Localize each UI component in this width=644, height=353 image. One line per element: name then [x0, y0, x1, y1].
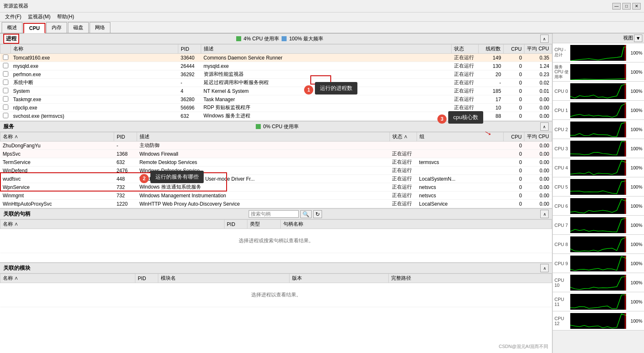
mod-col-version[interactable]: 版本 [289, 274, 388, 283]
hdl-col-type[interactable]: 类型 [247, 220, 280, 229]
svc-desc: Remote Desktop Services [137, 158, 389, 167]
mod-col-path[interactable]: 完整路径 [388, 274, 552, 283]
col-threads[interactable]: 线程数 [479, 45, 504, 54]
handles-search-input[interactable] [249, 210, 299, 218]
tab-overview[interactable]: 概述 [2, 22, 22, 33]
hdl-col-handle-name[interactable]: 句柄名称 [280, 220, 552, 229]
process-avg-cpu: 0.23 [524, 70, 552, 79]
process-name: System [11, 87, 178, 95]
cpu-core-graph-2 [570, 122, 626, 137]
col-pid[interactable]: PID [178, 45, 201, 54]
process-section: 进程 4% CPU 使用率 100% 最大频率 ∧ 名称 PID [0, 33, 552, 121]
col-status[interactable]: 状态 [452, 45, 479, 54]
service-row[interactable]: WpnService 732 Windows 推送通知系统服务 正在运行 net… [0, 183, 552, 191]
col-name[interactable]: 名称 [11, 45, 178, 54]
handles-refresh-button[interactable]: ↻ [313, 210, 322, 218]
process-row[interactable]: perfmon.exe 36292 资源和性能监视器 正在运行 20 0 0.2… [0, 70, 552, 79]
col-cpu[interactable]: CPU [504, 45, 524, 54]
process-avg-cpu: 0.01 [524, 87, 552, 95]
process-row[interactable]: 系统中断 - 延迟过程调用和中断服务例程 正在运行 - 0 0.02 [0, 79, 552, 87]
service-row[interactable]: WinDefend 2476 Windows Defender Service … [0, 167, 552, 175]
svc-pid: 2476 [114, 167, 137, 175]
process-checkbox[interactable] [3, 113, 8, 118]
menu-file[interactable]: 文件(F) [2, 12, 25, 21]
svc-name: wudfsvc [0, 175, 114, 183]
cpu-core-percent-9: 100% [628, 261, 642, 266]
mod-col-name[interactable]: 名称 ∧ [0, 274, 135, 283]
svc-pid: 1368 [114, 150, 137, 158]
service-row[interactable]: ZhuDongFangYu - 主动防御 0 0.00 [0, 142, 552, 150]
cpu-core-item-10: CPU 10 100% [553, 273, 644, 292]
col-avg-cpu[interactable]: 平均 CPU [524, 45, 552, 54]
process-checkbox[interactable] [3, 63, 8, 68]
process-checkbox[interactable] [3, 71, 8, 77]
svc-cpu: 0 [504, 158, 524, 167]
process-threads: 20 [479, 70, 504, 79]
process-pid: 632 [178, 112, 201, 120]
tab-memory[interactable]: 内存 [46, 22, 67, 33]
cpu-core-percent-1: 100% [628, 108, 642, 113]
process-table: 名称 PID 描述 状态 线程数 CPU 平均 CPU Tomcat9160.e… [0, 44, 552, 120]
hdl-col-name[interactable]: 名称 ∧ [0, 220, 225, 229]
svc-col-name[interactable]: 名称 ∧ [0, 132, 114, 142]
tab-disk[interactable]: 磁盘 [68, 22, 89, 33]
svc-col-pid[interactable]: PID [114, 132, 137, 142]
tab-cpu[interactable]: CPU [23, 23, 45, 33]
service-row[interactable]: WinHttpAutoProxySvc 1220 WinHTTP Web Pro… [0, 200, 552, 208]
handles-collapse-button[interactable]: ∧ [540, 210, 549, 218]
handles-search-button[interactable]: 🔍 [300, 210, 312, 218]
process-name: rdpclip.exe [11, 104, 178, 112]
svc-status: 正在运行 [389, 183, 417, 191]
view-dropdown[interactable]: 视图 ▼ [623, 35, 642, 42]
mod-col-pid[interactable]: PID [135, 274, 158, 283]
svc-col-cpu[interactable]: CPU [504, 132, 524, 142]
view-arrow[interactable]: ▼ [634, 35, 642, 42]
menu-monitor[interactable]: 监视器(M) [25, 12, 54, 21]
process-threads: - [479, 79, 504, 87]
process-row[interactable]: Taskmgr.exe 36280 Task Manager 正在运行 17 0… [0, 95, 552, 104]
process-name: mysqld.exe [11, 62, 178, 70]
process-checkbox[interactable] [3, 96, 8, 102]
svc-cpu: 0 [504, 175, 524, 183]
process-collapse-button[interactable]: ∧ [540, 35, 549, 43]
cpu-core-graph-4 [570, 160, 626, 176]
tab-network[interactable]: 网络 [90, 22, 110, 33]
menu-help[interactable]: 帮助(H) [54, 12, 77, 21]
process-desc: RDP 剪贴板监视程序 [201, 104, 452, 112]
service-row[interactable]: wudfsvc 448 Windows Driver Foundation - … [0, 175, 552, 183]
process-checkbox[interactable] [3, 104, 8, 110]
service-row[interactable]: TermService 632 Remote Desktop Services … [0, 158, 552, 167]
process-checkbox[interactable] [3, 80, 8, 85]
process-checkbox[interactable] [3, 88, 8, 93]
service-row[interactable]: MpsSvc 1368 Windows Firewall 正在运行 0 0.00 [0, 150, 552, 158]
svc-col-avg[interactable]: 平均 CPU [524, 132, 552, 142]
cpu-core-item-12: CPU 12 100% [553, 311, 644, 331]
app-title: 资源监视器 [3, 2, 28, 10]
svg-rect-22 [570, 256, 626, 271]
window-controls[interactable]: — □ ✕ [612, 3, 641, 10]
close-button[interactable]: ✕ [632, 3, 641, 10]
svc-col-desc[interactable]: 描述 [137, 132, 389, 142]
hdl-col-pid[interactable]: PID [224, 220, 247, 229]
process-row[interactable]: Tomcat9160.exe 33640 Commons Daemon Serv… [0, 54, 552, 62]
col-desc[interactable]: 描述 [201, 45, 452, 54]
svc-name: WpnService [0, 183, 114, 191]
service-row[interactable]: Winmgmt 732 Windows Management Instrumen… [0, 191, 552, 200]
process-row[interactable]: rdpclip.exe 56696 RDP 剪贴板监视程序 正在运行 10 0 … [0, 104, 552, 112]
modules-collapse-button[interactable]: ∧ [540, 264, 549, 272]
process-status: 4% CPU 使用率 100% 最大频率 [236, 35, 323, 42]
right-panel: 视图 ▼ CPU - 总计 100% 服务 CPU 使用率 100% CPU 0 [552, 33, 644, 353]
svc-col-status[interactable]: 状态 ∧ [389, 132, 417, 142]
process-cpu: 0 [504, 54, 524, 62]
mod-col-modname[interactable]: 模块名 [158, 274, 289, 283]
maximize-button[interactable]: □ [622, 3, 631, 10]
cpu-total-item: CPU - 总计 100% [553, 43, 644, 62]
cpu-core-percent-4: 100% [628, 165, 642, 170]
cpu-status-dot [236, 36, 241, 41]
process-row[interactable]: mysqld.exe 26444 mysqld.exe 正在运行 130 0 1… [0, 62, 552, 70]
cpu-core-label-5: CPU 5 [554, 184, 570, 189]
services-collapse-button[interactable]: ∧ [540, 122, 549, 131]
process-checkbox[interactable] [3, 55, 8, 60]
minimize-button[interactable]: — [612, 3, 621, 10]
process-row[interactable]: System 4 NT Kernel & System 正在运行 185 0 0… [0, 87, 552, 95]
